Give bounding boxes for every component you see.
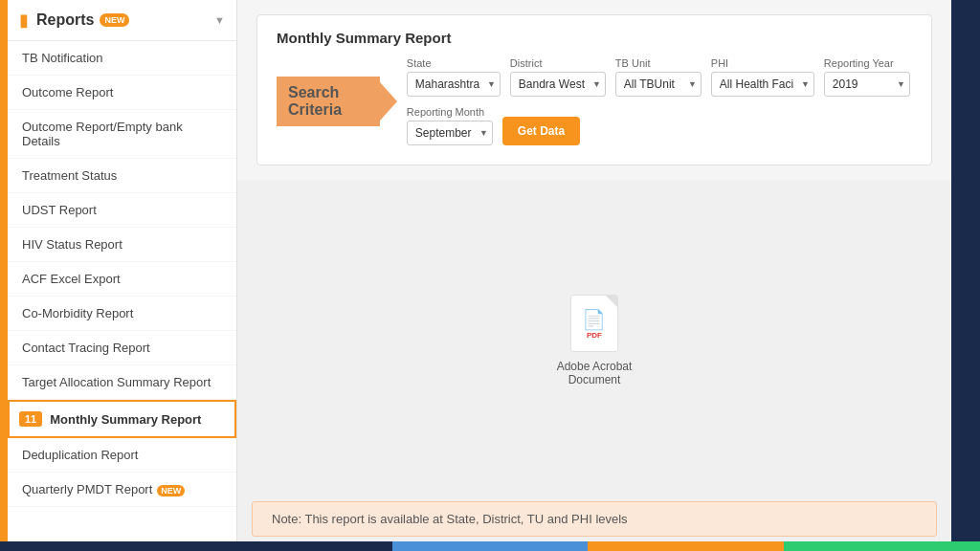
district-label: District xyxy=(510,57,606,69)
footer-segment-4 xyxy=(784,541,980,551)
phi-select[interactable]: All Health Faci xyxy=(711,72,814,97)
reporting-month-select[interactable]: September xyxy=(407,121,493,145)
active-item-number: 11 xyxy=(19,411,42,427)
sidebar-item-label: Outcome Report xyxy=(22,85,113,99)
sidebar-item-acf-excel-export[interactable]: ACF Excel Export xyxy=(8,262,236,297)
pdf-caption-line2: Document xyxy=(568,373,621,386)
sidebar-item-label: UDST Report xyxy=(22,203,97,217)
sidebar-item-deduplication-report[interactable]: Deduplication Report xyxy=(8,438,236,473)
sidebar-item-label: Contact Tracing Report xyxy=(22,341,150,355)
reporting-year-label: Reporting Year xyxy=(824,57,910,69)
sidebar-item-target-allocation[interactable]: Target Allocation Summary Report xyxy=(8,365,236,400)
report-title: Monthly Summary Report xyxy=(277,30,912,46)
sidebar-item-tb-notification[interactable]: TB Notification xyxy=(8,41,236,76)
sidebar-item-udst-report[interactable]: UDST Report xyxy=(8,193,236,228)
pdf-document-area[interactable]: 📄 PDF Adobe Acrobat Document xyxy=(557,295,633,386)
sidebar-item-label: Co-Morbidity Report xyxy=(22,306,133,320)
state-filter-group: State Maharashtra xyxy=(407,57,501,97)
reporting-month-label: Reporting Month xyxy=(407,106,493,118)
sidebar-item-label: Monthly Summary Report xyxy=(50,412,201,427)
reporting-year-filter-group: Reporting Year 2019 xyxy=(824,57,910,97)
chevron-down-icon: ▼ xyxy=(214,14,225,26)
criteria-container: Search Criteria State Maharashtra Distri xyxy=(277,57,912,145)
district-select-wrapper[interactable]: Bandra West xyxy=(510,72,606,97)
content-body: 📄 PDF Adobe Acrobat Document xyxy=(237,180,951,501)
left-accent-bar xyxy=(0,0,8,551)
sidebar-item-co-morbidity-report[interactable]: Co-Morbidity Report xyxy=(8,297,236,331)
district-select[interactable]: Bandra West xyxy=(510,72,606,97)
reporting-year-select[interactable]: 2019 xyxy=(824,72,910,97)
footer-segment-1 xyxy=(0,541,392,551)
main-content: Monthly Summary Report Search Criteria S… xyxy=(237,0,951,551)
reports-icon: ▮ xyxy=(19,10,29,31)
sidebar-item-label: Deduplication Report xyxy=(22,448,138,462)
tb-unit-label: TB Unit xyxy=(615,57,702,69)
note-text: Note: This report is available at State,… xyxy=(272,512,628,526)
sidebar-items-list: TB NotificationOutcome ReportOutcome Rep… xyxy=(8,41,236,551)
sidebar-item-label: ACF Excel Export xyxy=(22,272,121,286)
sidebar-item-label: HIV Status Report xyxy=(22,237,122,252)
phi-filter-group: PHI All Health Faci xyxy=(711,57,814,97)
reporting-year-select-wrapper[interactable]: 2019 xyxy=(824,72,910,97)
footer-bar xyxy=(0,541,980,551)
reporting-month-select-wrapper[interactable]: September xyxy=(407,121,493,145)
state-select[interactable]: Maharashtra xyxy=(407,72,501,97)
sidebar-item-outcome-report[interactable]: Outcome Report xyxy=(8,76,236,110)
reporting-month-filter-group: Reporting Month September xyxy=(407,106,493,145)
footer-segment-2 xyxy=(392,541,589,551)
filter-row: State Maharashtra District B xyxy=(407,57,912,145)
search-criteria-arrow-label: Search Criteria xyxy=(277,77,380,126)
sidebar-item-label: Target Allocation Summary Report xyxy=(22,375,211,389)
sidebar-item-label: Quarterly PMDT Report xyxy=(22,482,152,496)
report-panel-inner: Monthly Summary Report Search Criteria S… xyxy=(256,14,932,165)
sidebar: ▮ Reports NEW ▼ TB NotificationOutcome R… xyxy=(8,0,237,551)
sidebar-item-label: Outcome Report/Empty bank Details xyxy=(22,120,183,148)
sidebar-item-label: TB Notification xyxy=(22,51,103,65)
pdf-label: PDF xyxy=(587,331,602,340)
footer-segment-3 xyxy=(588,541,784,551)
sidebar-item-label: Treatment Status xyxy=(22,168,117,183)
state-label: State xyxy=(407,57,501,69)
sidebar-new-badge: NEW xyxy=(100,13,129,27)
sidebar-title: Reports xyxy=(36,11,94,29)
pdf-icon: 📄 PDF xyxy=(570,295,618,352)
phi-select-wrapper[interactable]: All Health Faci xyxy=(711,72,814,97)
state-select-wrapper[interactable]: Maharashtra xyxy=(407,72,501,97)
note-bar: Note: This report is available at State,… xyxy=(252,501,937,537)
pdf-caption-line1: Adobe Acrobat xyxy=(557,360,633,373)
report-panel: Monthly Summary Report Search Criteria S… xyxy=(237,0,951,180)
sidebar-item-outcome-report-empty[interactable]: Outcome Report/Empty bank Details xyxy=(8,110,236,159)
get-data-button[interactable]: Get Data xyxy=(502,117,580,145)
sidebar-item-contact-tracing-report[interactable]: Contact Tracing Report xyxy=(8,331,236,365)
right-dark-panel xyxy=(951,0,980,551)
sidebar-item-hiv-status-report[interactable]: HIV Status Report xyxy=(8,228,236,262)
phi-label: PHI xyxy=(711,57,814,69)
pdf-caption: Adobe Acrobat Document xyxy=(557,360,633,386)
sidebar-item-treatment-status[interactable]: Treatment Status xyxy=(8,159,236,193)
new-badge: NEW xyxy=(157,485,185,496)
district-filter-group: District Bandra West xyxy=(510,57,606,97)
pdf-symbol: 📄 xyxy=(582,308,606,331)
tb-unit-select-wrapper[interactable]: All TBUnit xyxy=(615,72,702,97)
tb-unit-select[interactable]: All TBUnit xyxy=(615,72,702,97)
sidebar-item-monthly-summary-report[interactable]: 11Monthly Summary Report xyxy=(8,400,236,438)
sidebar-header: ▮ Reports NEW ▼ xyxy=(8,0,236,41)
sidebar-item-quarterly-pmdt-report[interactable]: Quarterly PMDT ReportNEW xyxy=(8,473,236,507)
tb-unit-filter-group: TB Unit All TBUnit xyxy=(615,57,702,97)
